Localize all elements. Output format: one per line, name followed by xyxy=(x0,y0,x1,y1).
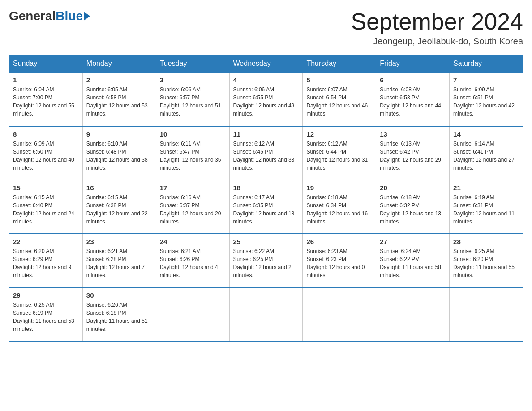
table-row xyxy=(450,287,523,341)
table-row: 23Sunrise: 6:21 AMSunset: 6:28 PMDayligh… xyxy=(82,234,156,287)
page-header: General Blue September 2024 Jeongeup, Je… xyxy=(9,9,523,47)
day-info: Sunrise: 6:08 AMSunset: 6:53 PMDaylight:… xyxy=(380,86,446,118)
day-info: Sunrise: 6:09 AMSunset: 6:51 PMDaylight:… xyxy=(453,86,519,118)
day-number: 19 xyxy=(306,184,372,192)
table-row: 1Sunrise: 6:04 AMSunset: 7:00 PMDaylight… xyxy=(9,73,83,126)
table-row: 19Sunrise: 6:18 AMSunset: 6:34 PMDayligh… xyxy=(303,180,376,234)
logo: General Blue xyxy=(9,9,90,23)
table-row: 15Sunrise: 6:15 AMSunset: 6:40 PMDayligh… xyxy=(9,180,83,234)
month-title: September 2024 xyxy=(351,9,523,34)
table-row: 13Sunrise: 6:13 AMSunset: 6:42 PMDayligh… xyxy=(376,126,450,180)
day-info: Sunrise: 6:09 AMSunset: 6:50 PMDaylight:… xyxy=(13,140,79,172)
table-row: 25Sunrise: 6:22 AMSunset: 6:25 PMDayligh… xyxy=(229,234,303,287)
table-row xyxy=(303,287,376,341)
day-info: Sunrise: 6:23 AMSunset: 6:23 PMDaylight:… xyxy=(306,247,372,279)
day-info: Sunrise: 6:25 AMSunset: 6:19 PMDaylight:… xyxy=(13,301,79,333)
day-info: Sunrise: 6:24 AMSunset: 6:22 PMDaylight:… xyxy=(380,247,446,279)
day-info: Sunrise: 6:21 AMSunset: 6:26 PMDaylight:… xyxy=(160,247,226,279)
table-row: 17Sunrise: 6:16 AMSunset: 6:37 PMDayligh… xyxy=(156,180,229,234)
logo-blue-part: Blue xyxy=(56,9,90,23)
day-number: 14 xyxy=(453,130,519,138)
day-info: Sunrise: 6:07 AMSunset: 6:54 PMDaylight:… xyxy=(306,86,372,118)
day-number: 20 xyxy=(380,184,446,192)
day-info: Sunrise: 6:04 AMSunset: 7:00 PMDaylight:… xyxy=(13,86,79,118)
table-row: 6Sunrise: 6:08 AMSunset: 6:53 PMDaylight… xyxy=(376,73,450,126)
day-number: 13 xyxy=(380,130,446,138)
calendar-week-1: 1Sunrise: 6:04 AMSunset: 7:00 PMDaylight… xyxy=(9,73,523,126)
day-info: Sunrise: 6:06 AMSunset: 6:55 PMDaylight:… xyxy=(233,86,299,118)
table-row: 12Sunrise: 6:12 AMSunset: 6:44 PMDayligh… xyxy=(303,126,376,180)
day-info: Sunrise: 6:15 AMSunset: 6:40 PMDaylight:… xyxy=(13,193,79,226)
day-number: 5 xyxy=(306,76,372,84)
day-info: Sunrise: 6:20 AMSunset: 6:29 PMDaylight:… xyxy=(13,247,79,279)
day-info: Sunrise: 6:19 AMSunset: 6:31 PMDaylight:… xyxy=(453,193,519,226)
day-number: 26 xyxy=(306,238,372,245)
calendar-week-2: 8Sunrise: 6:09 AMSunset: 6:50 PMDaylight… xyxy=(9,126,523,180)
day-info: Sunrise: 6:12 AMSunset: 6:45 PMDaylight:… xyxy=(233,140,299,172)
day-number: 3 xyxy=(160,76,226,84)
table-row: 29Sunrise: 6:25 AMSunset: 6:19 PMDayligh… xyxy=(9,287,83,341)
day-number: 18 xyxy=(233,184,299,192)
table-row xyxy=(229,287,303,341)
day-number: 11 xyxy=(233,130,299,138)
calendar-week-3: 15Sunrise: 6:15 AMSunset: 6:40 PMDayligh… xyxy=(9,180,523,234)
day-info: Sunrise: 6:12 AMSunset: 6:44 PMDaylight:… xyxy=(306,140,372,172)
calendar-header-row: Sunday Monday Tuesday Wednesday Thursday… xyxy=(9,55,523,73)
table-row: 4Sunrise: 6:06 AMSunset: 6:55 PMDaylight… xyxy=(229,73,303,126)
day-number: 1 xyxy=(13,76,79,84)
day-number: 25 xyxy=(233,238,299,245)
day-info: Sunrise: 6:22 AMSunset: 6:25 PMDaylight:… xyxy=(233,247,299,279)
calendar-week-4: 22Sunrise: 6:20 AMSunset: 6:29 PMDayligh… xyxy=(9,234,523,287)
day-info: Sunrise: 6:14 AMSunset: 6:41 PMDaylight:… xyxy=(453,140,519,172)
table-row: 14Sunrise: 6:14 AMSunset: 6:41 PMDayligh… xyxy=(450,126,523,180)
table-row: 5Sunrise: 6:07 AMSunset: 6:54 PMDaylight… xyxy=(303,73,376,126)
col-tuesday: Tuesday xyxy=(156,55,229,73)
day-number: 21 xyxy=(453,184,519,192)
day-info: Sunrise: 6:10 AMSunset: 6:48 PMDaylight:… xyxy=(86,140,152,172)
day-number: 30 xyxy=(86,291,152,299)
col-sunday: Sunday xyxy=(9,55,83,73)
table-row: 21Sunrise: 6:19 AMSunset: 6:31 PMDayligh… xyxy=(450,180,523,234)
calendar-table: Sunday Monday Tuesday Wednesday Thursday… xyxy=(9,55,523,342)
day-number: 12 xyxy=(306,130,372,138)
day-info: Sunrise: 6:05 AMSunset: 6:58 PMDaylight:… xyxy=(86,86,152,118)
logo-blue-text: Blue xyxy=(56,9,83,23)
day-number: 28 xyxy=(453,238,519,245)
table-row: 11Sunrise: 6:12 AMSunset: 6:45 PMDayligh… xyxy=(229,126,303,180)
day-info: Sunrise: 6:16 AMSunset: 6:37 PMDaylight:… xyxy=(160,193,226,226)
table-row: 9Sunrise: 6:10 AMSunset: 6:48 PMDaylight… xyxy=(82,126,156,180)
day-number: 10 xyxy=(160,130,226,138)
table-row: 26Sunrise: 6:23 AMSunset: 6:23 PMDayligh… xyxy=(303,234,376,287)
day-info: Sunrise: 6:17 AMSunset: 6:35 PMDaylight:… xyxy=(233,193,299,226)
table-row: 2Sunrise: 6:05 AMSunset: 6:58 PMDaylight… xyxy=(82,73,156,126)
col-monday: Monday xyxy=(82,55,156,73)
table-row: 27Sunrise: 6:24 AMSunset: 6:22 PMDayligh… xyxy=(376,234,450,287)
table-row: 18Sunrise: 6:17 AMSunset: 6:35 PMDayligh… xyxy=(229,180,303,234)
day-number: 4 xyxy=(233,76,299,84)
day-number: 8 xyxy=(13,130,79,138)
col-friday: Friday xyxy=(376,55,450,73)
day-info: Sunrise: 6:25 AMSunset: 6:20 PMDaylight:… xyxy=(453,247,519,279)
day-number: 2 xyxy=(86,76,152,84)
day-info: Sunrise: 6:11 AMSunset: 6:47 PMDaylight:… xyxy=(160,140,226,172)
logo-general-text: General xyxy=(9,9,56,23)
day-info: Sunrise: 6:26 AMSunset: 6:18 PMDaylight:… xyxy=(86,301,152,333)
title-section: September 2024 Jeongeup, Jeollabuk-do, S… xyxy=(351,9,523,47)
day-info: Sunrise: 6:13 AMSunset: 6:42 PMDaylight:… xyxy=(380,140,446,172)
day-info: Sunrise: 6:15 AMSunset: 6:38 PMDaylight:… xyxy=(86,193,152,226)
table-row: 22Sunrise: 6:20 AMSunset: 6:29 PMDayligh… xyxy=(9,234,83,287)
col-wednesday: Wednesday xyxy=(229,55,303,73)
day-number: 9 xyxy=(86,130,152,138)
day-info: Sunrise: 6:06 AMSunset: 6:57 PMDaylight:… xyxy=(160,86,226,118)
col-saturday: Saturday xyxy=(450,55,523,73)
day-number: 17 xyxy=(160,184,226,192)
day-number: 24 xyxy=(160,238,226,245)
day-number: 7 xyxy=(453,76,519,84)
table-row: 3Sunrise: 6:06 AMSunset: 6:57 PMDaylight… xyxy=(156,73,229,126)
day-info: Sunrise: 6:18 AMSunset: 6:34 PMDaylight:… xyxy=(306,193,372,226)
day-info: Sunrise: 6:18 AMSunset: 6:32 PMDaylight:… xyxy=(380,193,446,226)
day-number: 23 xyxy=(86,238,152,245)
table-row: 7Sunrise: 6:09 AMSunset: 6:51 PMDaylight… xyxy=(450,73,523,126)
day-number: 15 xyxy=(13,184,79,192)
table-row xyxy=(156,287,229,341)
